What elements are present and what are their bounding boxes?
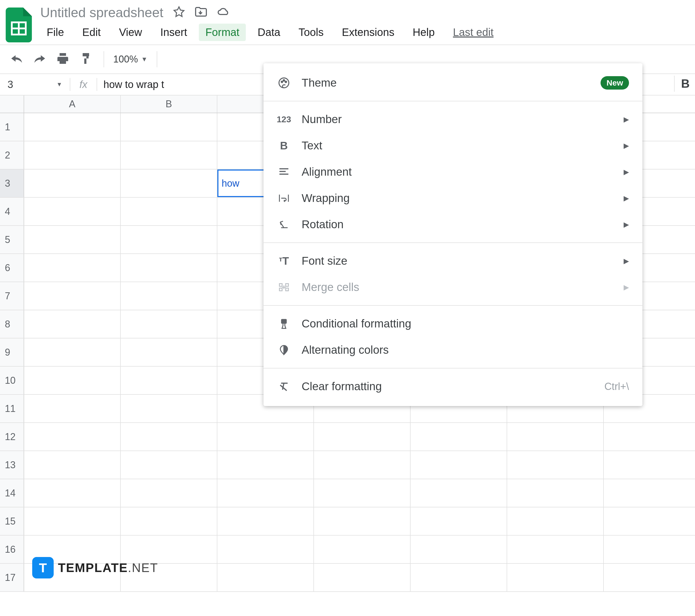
format-conditional[interactable]: Conditional formatting [264,311,642,337]
bold-button[interactable]: B [681,77,690,90]
row-header[interactable]: 2 [0,141,24,169]
row-header[interactable]: 7 [0,282,24,310]
cell[interactable] [410,535,507,563]
cell[interactable] [24,198,121,225]
menu-data[interactable]: Data [251,23,287,41]
cell[interactable] [24,113,121,141]
format-clear[interactable]: Clear formatting Ctrl+\ [264,373,642,400]
print-icon[interactable] [54,50,71,69]
row-header[interactable]: 8 [0,310,24,338]
cell[interactable] [24,254,121,282]
row-header[interactable]: 9 [0,338,24,366]
cell[interactable] [121,113,217,141]
cell[interactable] [314,451,410,479]
format-theme[interactable]: Theme New [264,70,642,96]
formula-input[interactable]: how to wrap t [97,79,164,90]
cell[interactable] [121,367,217,394]
cell[interactable] [121,254,217,282]
undo-icon[interactable] [8,51,25,68]
format-alignment[interactable]: Alignment ▶ [264,159,642,185]
cell[interactable] [121,282,217,310]
cell[interactable] [24,367,121,394]
row-header[interactable]: 11 [0,395,24,422]
menu-insert[interactable]: Insert [154,23,193,41]
row-header[interactable]: 13 [0,451,24,479]
cell[interactable] [217,564,314,591]
cell[interactable] [507,507,604,535]
cell[interactable] [121,338,217,366]
cell[interactable] [217,507,314,535]
cell[interactable] [24,338,121,366]
format-rotation[interactable]: Rotation ▶ [264,211,642,237]
select-all-corner[interactable] [0,95,24,113]
cloud-status-icon[interactable] [217,6,230,20]
document-title[interactable]: Untitled spreadsheet [40,5,164,20]
menu-extensions[interactable]: Extensions [335,23,401,41]
cell[interactable] [410,564,507,591]
cell[interactable] [121,507,217,535]
cell[interactable] [410,451,507,479]
cell[interactable] [121,141,217,169]
cell[interactable] [24,423,121,451]
cell[interactable] [24,507,121,535]
cell[interactable] [410,479,507,507]
cell[interactable] [24,451,121,479]
zoom-selector[interactable]: 100% ▼ [113,54,148,65]
row-header[interactable]: 17 [0,564,24,591]
menu-help[interactable]: Help [406,23,441,41]
column-header-a[interactable]: A [24,95,121,113]
cell[interactable] [217,451,314,479]
cell[interactable] [217,535,314,563]
row-header[interactable]: 16 [0,535,24,563]
cell[interactable] [24,310,121,338]
row-header[interactable]: 6 [0,254,24,282]
menu-format[interactable]: Format [199,23,246,41]
cell[interactable] [507,479,604,507]
cell[interactable] [507,423,604,451]
column-header-b[interactable]: B [121,95,217,113]
cell-name-box[interactable]: 3 ▼ [0,79,70,90]
cell[interactable] [24,479,121,507]
cell[interactable] [507,535,604,563]
cell[interactable] [24,170,121,197]
cell[interactable] [121,395,217,422]
cell[interactable] [121,310,217,338]
cell[interactable] [217,423,314,451]
redo-icon[interactable] [31,51,48,68]
cell[interactable] [314,535,410,563]
format-text[interactable]: B Text ▶ [264,133,642,159]
cell[interactable] [314,479,410,507]
row-header[interactable]: 4 [0,198,24,225]
row-header[interactable]: 14 [0,479,24,507]
cell[interactable] [24,395,121,422]
cell[interactable] [314,423,410,451]
cell[interactable] [507,564,604,591]
row-header[interactable]: 12 [0,423,24,451]
star-icon[interactable] [173,6,185,20]
format-font-size[interactable]: тT Font size ▶ [264,248,642,274]
cell[interactable] [24,141,121,169]
menu-tools[interactable]: Tools [292,23,330,41]
format-number[interactable]: 123 Number ▶ [264,106,642,133]
row-header[interactable]: 1 [0,113,24,141]
move-folder-icon[interactable] [194,6,207,20]
menu-edit[interactable]: Edit [76,23,107,41]
menu-last-edit[interactable]: Last edit [446,23,500,41]
paint-format-icon[interactable] [77,50,95,69]
cell[interactable] [121,451,217,479]
format-alternating[interactable]: Alternating colors [264,337,642,363]
cell[interactable] [410,507,507,535]
cell[interactable] [121,198,217,225]
row-header[interactable]: 5 [0,226,24,253]
menu-file[interactable]: File [40,23,70,41]
cell[interactable] [121,226,217,253]
row-header[interactable]: 3 [0,170,24,197]
cell[interactable] [121,170,217,197]
menu-view[interactable]: View [113,23,148,41]
row-header[interactable]: 15 [0,507,24,535]
cell[interactable] [121,479,217,507]
format-wrapping[interactable]: Wrapping ▶ [264,185,642,211]
cell[interactable] [24,226,121,253]
row-header[interactable]: 10 [0,367,24,394]
cell[interactable] [121,423,217,451]
